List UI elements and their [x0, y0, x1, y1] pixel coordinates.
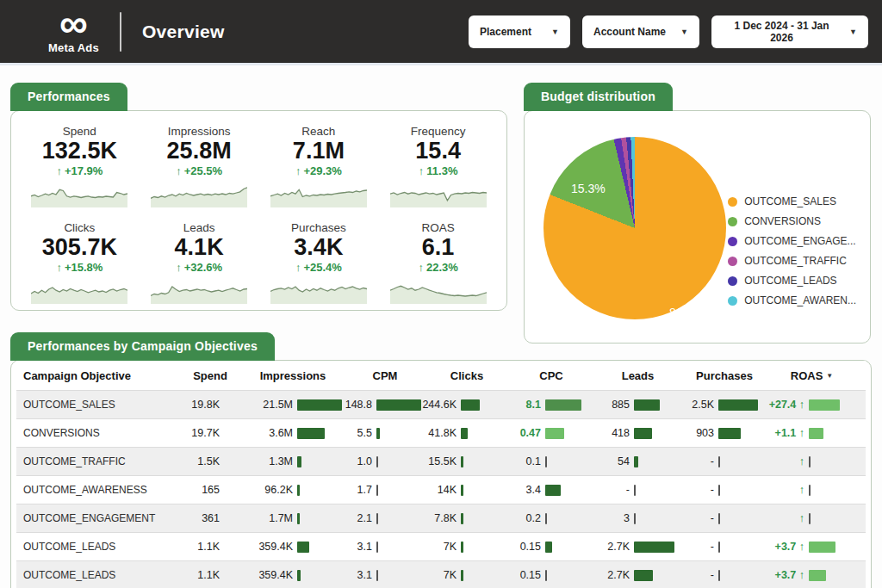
trend-up-icon: ↑	[418, 261, 424, 274]
kpi-delta-value: 11.3%	[426, 164, 457, 177]
col-header-roas[interactable]: ROAS▼	[767, 369, 857, 382]
kpi-label: Impressions	[168, 125, 231, 138]
cpc-cell: 3.4	[509, 484, 593, 496]
legend-item[interactable]: CONVERSIONS	[728, 215, 856, 227]
kpi-delta: ↑ +25.4%	[295, 261, 342, 274]
meta-ads-brand: ∞ Meta Ads	[48, 9, 99, 54]
kpi-sparkline	[31, 182, 127, 207]
header-divider	[120, 12, 121, 52]
chevron-down-icon: ▼	[680, 28, 688, 36]
metric-bar	[718, 428, 741, 439]
leads-cell: 2.7K	[593, 541, 682, 553]
roas-cell: +27.4 ↑	[767, 399, 857, 411]
metric-bar	[297, 513, 300, 524]
legend-item[interactable]: OUTCOME_SALES	[728, 195, 856, 207]
purchases-cell: 903	[682, 427, 767, 439]
metric-bar	[634, 456, 638, 467]
kpi-delta: ↑ 11.3%	[419, 164, 458, 177]
impressions-cell: 1.7M	[240, 512, 345, 524]
campaign-objective-cell: OUTCOME_SALES	[16, 399, 180, 411]
col-header-spend[interactable]: Spend	[180, 369, 240, 382]
brand-name: Meta Ads	[48, 41, 99, 54]
metric-bar	[376, 513, 378, 524]
kpi-value: 15.4	[415, 138, 461, 164]
metric-bar	[718, 513, 720, 524]
legend-label: OUTCOME_SALES	[744, 195, 836, 207]
col-header-cpc[interactable]: CPC	[509, 369, 593, 382]
metric-bar	[461, 485, 463, 496]
kpi-delta: ↑ 22.3%	[418, 261, 457, 274]
kpi-card: Clicks 305.7K ↑ +15.8%	[20, 221, 140, 304]
campaign-objective-cell: OUTCOME_LEADS	[16, 569, 180, 581]
metric-bar	[297, 570, 301, 581]
metric-bar	[809, 456, 811, 467]
col-header-purchases[interactable]: Purchases	[682, 369, 767, 382]
metric-bar	[634, 513, 636, 524]
leads-cell: 418	[593, 427, 682, 439]
spend-cell: 361	[180, 512, 240, 524]
budget-distribution-tab: Budget distribution	[524, 83, 673, 111]
legend-label: OUTCOME_LEADS	[744, 275, 836, 287]
col-header-clicks[interactable]: Clicks	[425, 369, 509, 382]
placement-filter-dropdown[interactable]: Placement ▼	[469, 15, 570, 48]
col-header-impressions[interactable]: Impressions	[240, 369, 345, 382]
table-row: OUTCOME_ENGAGEMENT 361 1.7M 2.1 7.8K 0.2…	[16, 504, 866, 532]
table-row: OUTCOME_AWARENESS 165 96.2K 1.7 14K 3.4 …	[16, 475, 866, 504]
col-header-cpm[interactable]: CPM	[345, 369, 425, 382]
metric-bar	[297, 485, 300, 496]
metric-bar	[461, 570, 463, 581]
budget-distribution-card: 15.3% 81% OUTCOME_SALES CONVERSIONS OUTC…	[524, 110, 871, 344]
cpc-cell: 8.1	[509, 399, 593, 411]
col-header-campaign-objective[interactable]: Campaign Objective	[16, 369, 180, 382]
budget-distribution-section: Budget distribution 15.3% 81% OUTCOME_SA…	[524, 83, 871, 344]
leads-cell: 3	[593, 512, 682, 524]
metric-bar	[376, 399, 421, 411]
kpi-label: Spend	[63, 125, 96, 138]
legend-item[interactable]: OUTCOME_AWAREN...	[728, 294, 856, 306]
kpi-label: Frequency	[411, 125, 466, 138]
cpc-cell: 0.15	[509, 569, 593, 581]
legend-color-dot	[728, 276, 737, 286]
legend-item[interactable]: OUTCOME_LEADS	[728, 275, 856, 287]
col-header-leads[interactable]: Leads	[593, 369, 682, 382]
cpc-cell: 0.1	[509, 455, 593, 467]
trend-up-icon: ↑	[295, 261, 301, 274]
kpi-delta-value: +15.8%	[65, 261, 102, 274]
kpi-value: 4.1K	[175, 234, 224, 261]
metric-bar	[461, 456, 463, 467]
campaign-objectives-table: Campaign ObjectiveSpendImpressionsCPMCli…	[10, 360, 872, 588]
purchases-cell: -	[682, 484, 767, 496]
cpm-cell: 5.5	[345, 427, 425, 439]
table-body: OUTCOME_SALES 19.8K 21.5M 148.8 244.6K 8…	[16, 390, 866, 588]
kpi-delta-value: +25.4%	[303, 261, 341, 274]
metric-bar	[809, 542, 835, 553]
budget-pie[interactable]: 15.3% 81%	[543, 137, 726, 319]
leads-cell: 54	[593, 455, 682, 467]
metric-bar	[809, 485, 811, 496]
campaign-objective-cell: CONVERSIONS	[16, 427, 180, 439]
clicks-cell: 7.8K	[425, 512, 509, 524]
kpi-card: Reach 7.1M ↑ +29.3%	[259, 125, 379, 207]
legend-item[interactable]: OUTCOME_ENGAGE...	[728, 235, 856, 247]
date-range-filter-dropdown[interactable]: 1 Dec 2024 - 31 Jan 2026 ▼	[711, 15, 868, 48]
trend-up-icon: ↑	[176, 164, 182, 177]
metric-bar	[545, 485, 561, 496]
budget-legend: OUTCOME_SALES CONVERSIONS OUTCOME_ENGAGE…	[728, 195, 856, 306]
legend-item[interactable]: OUTCOME_TRAFFIC	[728, 255, 856, 267]
metric-bar	[634, 542, 674, 553]
metric-bar	[718, 485, 720, 496]
impressions-cell: 96.2K	[240, 484, 345, 496]
legend-color-dot	[728, 257, 737, 266]
kpi-value: 7.1M	[293, 138, 345, 164]
legend-color-dot	[728, 217, 737, 226]
purchases-cell: -	[682, 569, 767, 581]
kpi-sparkline	[270, 278, 367, 304]
kpi-label: Reach	[301, 125, 335, 138]
legend-label: OUTCOME_ENGAGE...	[744, 235, 855, 247]
purchases-cell: -	[682, 455, 767, 467]
account-name-filter-dropdown[interactable]: Account Name ▼	[582, 15, 699, 48]
metric-bar	[634, 570, 653, 581]
metric-bar	[376, 456, 378, 467]
kpi-card: Spend 132.5K ↑ +17.9%	[20, 125, 140, 207]
roas-cell: +3.7 ↑	[767, 541, 857, 553]
